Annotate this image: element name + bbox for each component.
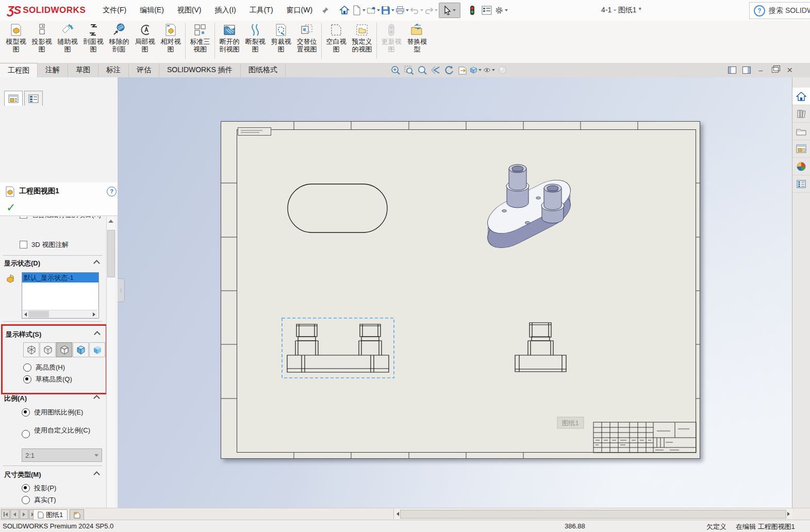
- scale-header[interactable]: 比例(A): [4, 394, 27, 403]
- help-icon[interactable]: ?: [107, 187, 117, 196]
- file-explorer-icon[interactable]: [792, 123, 810, 140]
- zoom-to-area-icon[interactable]: [403, 64, 415, 76]
- hide-show-items-icon[interactable]: [483, 64, 495, 76]
- removed-section-button[interactable]: 移除的剖面: [106, 21, 132, 63]
- tab-markup[interactable]: 标注: [98, 63, 129, 77]
- predefined-view-button[interactable]: 预定义的视图: [349, 21, 375, 63]
- high-quality-option[interactable]: 高品质(H): [23, 363, 65, 372]
- scroll-right-icon[interactable]: [93, 312, 95, 317]
- display-state-header[interactable]: 显示状态(D): [4, 259, 40, 268]
- hidden-lines-visible-button[interactable]: [40, 342, 56, 357]
- tab-sketch[interactable]: 草图: [68, 63, 98, 77]
- prev-sheet-button[interactable]: [10, 509, 19, 519]
- scroll-thumb[interactable]: [107, 230, 115, 277]
- options-list-button[interactable]: [480, 3, 493, 18]
- open-button[interactable]: [367, 3, 380, 18]
- collapse-chevron-icon[interactable]: [93, 395, 100, 402]
- scale-value-combo[interactable]: 2:1: [22, 448, 102, 462]
- undo-button[interactable]: [410, 3, 423, 18]
- projected-dim-radio[interactable]: [22, 484, 30, 492]
- draft-quality-option[interactable]: 草稿品质(Q): [23, 375, 72, 384]
- save-button[interactable]: [381, 3, 394, 18]
- top-view-obround[interactable]: [288, 184, 387, 232]
- menu-tools[interactable]: 工具(T): [243, 0, 280, 21]
- use-custom-scale-option[interactable]: 使用自定义比例(C): [22, 426, 96, 438]
- high-quality-radio[interactable]: [23, 363, 31, 372]
- crop-view-button[interactable]: 剪裁视图: [268, 21, 294, 63]
- property-manager-tab[interactable]: [4, 91, 23, 106]
- menu-file[interactable]: 文件(F): [96, 0, 133, 21]
- panel-splitter-handle[interactable]: ⋮: [118, 278, 125, 302]
- restore-button[interactable]: [770, 65, 780, 75]
- empty-view-button[interactable]: 空白视图: [323, 21, 349, 63]
- view-palette-icon[interactable]: [792, 140, 810, 158]
- ok-check-button[interactable]: ✓: [6, 202, 15, 213]
- alternate-position-view-button[interactable]: 交替位置视图: [294, 21, 320, 63]
- 3d-drawing-view-icon[interactable]: [456, 64, 468, 76]
- zoom-to-selection-icon[interactable]: [416, 64, 428, 76]
- 3d-view-annotation-option[interactable]: 3D 视图注解: [20, 240, 69, 250]
- collapse-chevron-icon[interactable]: [94, 331, 101, 338]
- shaded-style-button[interactable]: [89, 342, 105, 357]
- detail-view-button[interactable]: 局部视图: [132, 21, 158, 63]
- previous-view-icon[interactable]: [429, 64, 441, 76]
- dimension-type-header[interactable]: 尺寸类型(M): [4, 470, 41, 479]
- scroll-thumb[interactable]: [28, 311, 49, 318]
- menu-edit[interactable]: 编辑(E): [133, 0, 171, 21]
- feature-manager-tab[interactable]: [24, 91, 43, 106]
- shaded-with-edges-button[interactable]: [73, 342, 89, 357]
- relative-view-button[interactable]: 相对视图: [158, 21, 184, 63]
- auxiliary-view-button[interactable]: 辅助视图: [55, 21, 80, 63]
- menu-view[interactable]: 视图(V): [171, 0, 208, 21]
- front-view[interactable]: [287, 324, 389, 372]
- tab-evaluate[interactable]: 评估: [129, 63, 159, 77]
- custom-properties-icon[interactable]: [792, 175, 810, 193]
- draft-quality-radio[interactable]: [23, 375, 31, 384]
- menu-insert[interactable]: 插入(I): [208, 0, 242, 21]
- projected-view-button[interactable]: 投影视图: [29, 21, 55, 63]
- horizontal-scrollbar[interactable]: [393, 509, 792, 519]
- replace-model-button[interactable]: 替换模型: [404, 21, 430, 63]
- search-input[interactable]: 搜索 SOLIDW: [769, 6, 810, 15]
- 3d-view-annotation-checkbox[interactable]: [20, 241, 27, 248]
- redo-button[interactable]: [424, 3, 438, 18]
- appearances-icon[interactable]: [792, 158, 810, 175]
- scroll-left-icon[interactable]: [24, 312, 27, 317]
- panel-scrollbar[interactable]: [106, 217, 115, 532]
- drawing-sheet[interactable]: 图纸1: [221, 121, 700, 459]
- sheet-tab[interactable]: 图纸1: [33, 509, 68, 520]
- tab-drawing[interactable]: 工程图: [0, 63, 38, 77]
- pin-icon[interactable]: [321, 6, 329, 14]
- search-box[interactable]: ? 搜索 SOLIDW: [749, 2, 810, 19]
- design-library-icon[interactable]: [792, 105, 810, 123]
- standard-3-view-button[interactable]: 标准三视图: [187, 21, 213, 63]
- hidden-lines-removed-button[interactable]: [56, 342, 72, 357]
- include-hidden-items-option[interactable]: 包含隐藏特征的项目(H): [20, 217, 104, 220]
- close-button[interactable]: ✕: [785, 65, 795, 75]
- isometric-view[interactable]: [482, 164, 576, 255]
- use-custom-scale-radio[interactable]: [22, 430, 30, 438]
- zoom-to-fit-icon[interactable]: [389, 64, 401, 76]
- interference-check-icon[interactable]: [466, 3, 479, 18]
- collapse-chevron-icon[interactable]: [93, 471, 100, 478]
- model-view-button[interactable]: 模型视图: [3, 21, 29, 63]
- graphics-viewport[interactable]: 图纸1: [118, 77, 792, 508]
- minimize-button[interactable]: –: [756, 65, 766, 75]
- break-view-button[interactable]: 断裂视图: [242, 21, 268, 63]
- new-document-button[interactable]: [352, 3, 366, 18]
- broken-out-section-button[interactable]: 断开的剖视图: [217, 21, 242, 63]
- tab-sheet-format[interactable]: 图纸格式: [241, 63, 286, 77]
- pane-right-icon[interactable]: [741, 65, 751, 75]
- display-state-item-selected[interactable]: 默认_显示状态-1: [22, 273, 98, 282]
- home-tab-icon[interactable]: [792, 88, 810, 105]
- true-dim-radio[interactable]: [22, 496, 30, 504]
- next-sheet-button[interactable]: [20, 509, 28, 519]
- tab-annotation[interactable]: 注解: [38, 63, 68, 77]
- select-tool-button[interactable]: [439, 3, 460, 18]
- section-view-button[interactable]: 剖面视图: [80, 21, 106, 63]
- scroll-up-icon[interactable]: [108, 220, 113, 223]
- collapse-chevron-icon[interactable]: [93, 260, 100, 267]
- listbox-hscrollbar[interactable]: [22, 310, 97, 318]
- settings-gear-button[interactable]: [494, 3, 508, 18]
- side-view[interactable]: [515, 323, 566, 372]
